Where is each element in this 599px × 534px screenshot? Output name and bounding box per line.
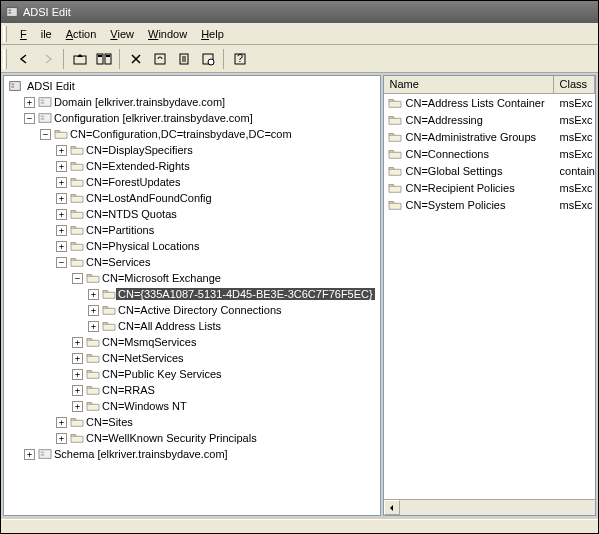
- folder-icon: [388, 131, 402, 143]
- tree-item[interactable]: +Domain [elkriver.trainsbydave.com]: [4, 94, 380, 110]
- tree-root[interactable]: ADSI Edit: [4, 78, 380, 94]
- tree-item[interactable]: +Schema [elkriver.trainsbydave.com]: [4, 446, 380, 462]
- expand-toggle[interactable]: +: [72, 353, 83, 364]
- list-row[interactable]: CN=Recipient PoliciesmsExc: [384, 179, 595, 196]
- list-item-class: msExc: [554, 199, 595, 211]
- list-item-name: CN=Recipient Policies: [406, 182, 515, 194]
- tree-item[interactable]: +CN=Partitions: [4, 222, 380, 238]
- list-row[interactable]: CN=ConnectionsmsExc: [384, 145, 595, 162]
- tree-item[interactable]: +CN=NetServices: [4, 350, 380, 366]
- tree-item[interactable]: +CN=MsmqServices: [4, 334, 380, 350]
- tree-item[interactable]: +CN=DisplaySpecifiers: [4, 142, 380, 158]
- menu-file[interactable]: File: [13, 26, 59, 42]
- folder-icon: [86, 368, 100, 380]
- tree-item[interactable]: −Configuration [elkriver.trainsbydave.co…: [4, 110, 380, 126]
- column-name[interactable]: Name: [384, 76, 554, 93]
- expand-toggle[interactable]: +: [56, 177, 67, 188]
- svg-rect-2: [9, 12, 12, 14]
- expand-toggle[interactable]: +: [56, 209, 67, 220]
- folder-icon: [102, 304, 116, 316]
- menu-help[interactable]: Help: [194, 26, 231, 42]
- show-hide-button[interactable]: [92, 48, 115, 70]
- tree-item[interactable]: +CN=RRAS: [4, 382, 380, 398]
- folder-icon: [86, 336, 100, 348]
- tree-item[interactable]: −CN=Configuration,DC=trainsbydave,DC=com: [4, 126, 380, 142]
- toolbar-grip[interactable]: [3, 49, 7, 69]
- tree-item-label: CN=Windows NT: [100, 400, 189, 412]
- expand-toggle[interactable]: −: [40, 129, 51, 140]
- tree-item-label: CN=LostAndFoundConfig: [84, 192, 214, 204]
- list-row[interactable]: CN=Address Lists ContainermsExc: [384, 94, 595, 111]
- list-item-class: msExc: [554, 131, 595, 143]
- container-icon: [38, 96, 52, 108]
- tree-item[interactable]: +CN=Physical Locations: [4, 238, 380, 254]
- column-class[interactable]: Class: [554, 76, 595, 93]
- tree-item[interactable]: +CN=Public Key Services: [4, 366, 380, 382]
- list-row[interactable]: CN=System PoliciesmsExc: [384, 196, 595, 213]
- list-pane[interactable]: Name Class CN=Address Lists ContainermsE…: [383, 75, 596, 516]
- delete-button[interactable]: [124, 48, 147, 70]
- svg-rect-19: [41, 102, 44, 104]
- expand-toggle[interactable]: +: [72, 385, 83, 396]
- expand-toggle[interactable]: +: [24, 449, 35, 460]
- title-text: ADSI Edit: [23, 6, 71, 18]
- expand-toggle[interactable]: +: [56, 145, 67, 156]
- tree-pane[interactable]: ADSI Edit +Domain [elkriver.trainsbydave…: [3, 75, 381, 516]
- expand-toggle[interactable]: +: [72, 337, 83, 348]
- forward-button[interactable]: [36, 48, 59, 70]
- help-button[interactable]: ?: [228, 48, 251, 70]
- refresh-button[interactable]: [148, 48, 171, 70]
- tree-item[interactable]: +CN=NTDS Quotas: [4, 206, 380, 222]
- expand-toggle[interactable]: +: [56, 193, 67, 204]
- expand-toggle[interactable]: +: [56, 241, 67, 252]
- tree-item[interactable]: +CN=All Address Lists: [4, 318, 380, 334]
- expand-toggle[interactable]: +: [88, 289, 99, 300]
- tree-item[interactable]: −CN=Services: [4, 254, 380, 270]
- svg-rect-1: [9, 9, 12, 11]
- tree-item[interactable]: +CN=Extended-Rights: [4, 158, 380, 174]
- svg-rect-6: [98, 55, 102, 57]
- list-row[interactable]: CN=Administrative GroupsmsExc: [384, 128, 595, 145]
- tree-item[interactable]: +CN=Windows NT: [4, 398, 380, 414]
- menu-action[interactable]: Action: [59, 26, 104, 42]
- back-button[interactable]: [12, 48, 35, 70]
- tree-item[interactable]: +CN=LostAndFoundConfig: [4, 190, 380, 206]
- menu-view[interactable]: View: [103, 26, 141, 42]
- expand-toggle[interactable]: +: [56, 225, 67, 236]
- expand-toggle[interactable]: +: [56, 161, 67, 172]
- tree-item[interactable]: +CN={335A1087-5131-4D45-BE3E-3C6C7F76F5E…: [4, 286, 380, 302]
- tree-item-label: CN=Physical Locations: [84, 240, 201, 252]
- up-button[interactable]: [68, 48, 91, 70]
- expand-toggle[interactable]: +: [56, 433, 67, 444]
- expand-toggle[interactable]: +: [72, 369, 83, 380]
- folder-icon: [70, 224, 84, 236]
- properties-button[interactable]: [196, 48, 219, 70]
- list-row[interactable]: CN=Global Settingscontain: [384, 162, 595, 179]
- expand-toggle[interactable]: +: [24, 97, 35, 108]
- expand-toggle[interactable]: +: [88, 321, 99, 332]
- menubar-grip[interactable]: [3, 26, 7, 42]
- export-button[interactable]: [172, 48, 195, 70]
- tree-item[interactable]: +CN=ForestUpdates: [4, 174, 380, 190]
- expand-toggle[interactable]: −: [24, 113, 35, 124]
- folder-icon: [388, 165, 402, 177]
- list-row[interactable]: CN=AddressingmsExc: [384, 111, 595, 128]
- expand-toggle[interactable]: −: [72, 273, 83, 284]
- expand-toggle[interactable]: +: [56, 417, 67, 428]
- scroll-left-button[interactable]: [384, 500, 400, 515]
- folder-icon: [86, 272, 100, 284]
- folder-icon: [86, 384, 100, 396]
- menu-window[interactable]: Window: [141, 26, 194, 42]
- app-icon: [5, 5, 19, 19]
- list-item-class: msExc: [554, 114, 595, 126]
- expand-toggle[interactable]: −: [56, 257, 67, 268]
- tree-item[interactable]: +CN=Sites: [4, 414, 380, 430]
- tree-item[interactable]: −CN=Microsoft Exchange: [4, 270, 380, 286]
- expand-toggle[interactable]: +: [88, 305, 99, 316]
- horizontal-scrollbar[interactable]: [384, 499, 595, 515]
- tree-item[interactable]: +CN=Active Directory Connections: [4, 302, 380, 318]
- tree-item[interactable]: +CN=WellKnown Security Principals: [4, 430, 380, 446]
- list-item-name: CN=Administrative Groups: [406, 131, 537, 143]
- svg-text:?: ?: [236, 52, 242, 64]
- expand-toggle[interactable]: +: [72, 401, 83, 412]
